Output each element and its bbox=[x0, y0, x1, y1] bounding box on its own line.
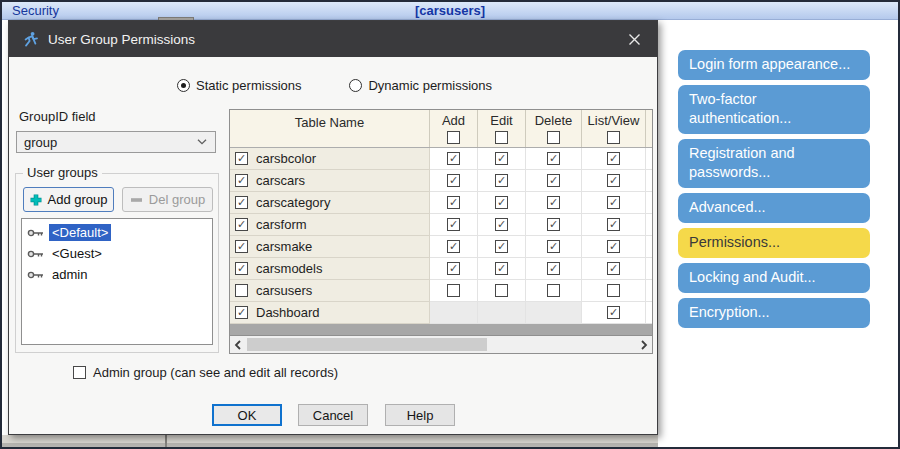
row-checkbox-dashboard[interactable]: ✓ bbox=[235, 306, 248, 319]
perm-checkbox-carscars-list-view[interactable]: ✓ bbox=[607, 174, 620, 187]
row-checkbox-carsbcolor[interactable]: ✓ bbox=[235, 152, 248, 165]
perm-cell-add: ✓ bbox=[430, 170, 478, 192]
perm-cell-add: ✓ bbox=[430, 148, 478, 170]
perm-checkbox-carscategory-add[interactable]: ✓ bbox=[447, 196, 460, 209]
perm-checkbox-carsmodels-list-view[interactable]: ✓ bbox=[607, 262, 620, 275]
perm-checkbox-carsmake-delete[interactable]: ✓ bbox=[547, 240, 560, 253]
perm-cell-list-view: ✓ bbox=[582, 236, 646, 258]
perm-checkbox-carsmodels-add[interactable]: ✓ bbox=[447, 262, 460, 275]
table-name-label: carsmodels bbox=[256, 261, 322, 276]
del-group-label: Del group bbox=[149, 192, 205, 207]
perm-checkbox-carsusers-list-view[interactable] bbox=[607, 284, 620, 297]
add-group-button[interactable]: Add group bbox=[23, 187, 114, 212]
table-name-cell: ✓carsmodels bbox=[230, 258, 430, 280]
perm-checkbox-carsmake-add[interactable]: ✓ bbox=[447, 240, 460, 253]
row-checkbox-carsform[interactable]: ✓ bbox=[235, 218, 248, 231]
user-groups-list[interactable]: <Default><Guest>admin bbox=[21, 218, 213, 345]
help-button[interactable]: Help bbox=[385, 404, 455, 426]
side-button-registration-and-passwords[interactable]: Registration and passwords... bbox=[678, 139, 870, 188]
horizontal-scrollbar[interactable] bbox=[230, 336, 652, 353]
group-item-label: admin bbox=[49, 266, 90, 283]
cancel-button[interactable]: Cancel bbox=[298, 404, 368, 426]
admin-group-checkbox[interactable] bbox=[73, 366, 86, 379]
group-list-item-admin[interactable]: admin bbox=[22, 264, 212, 285]
side-button-two-factor-authentication[interactable]: Two-factor authentication... bbox=[678, 85, 870, 134]
radio-dynamic-permissions[interactable]: Dynamic permissions bbox=[349, 78, 492, 93]
perm-cell-edit: ✓ bbox=[478, 258, 526, 280]
header-checkbox-edit[interactable] bbox=[495, 131, 508, 144]
groupid-select[interactable]: group bbox=[16, 131, 216, 153]
perm-checkbox-carsmake-list-view[interactable]: ✓ bbox=[607, 240, 620, 253]
radio-static-permissions[interactable]: Static permissions bbox=[177, 78, 301, 93]
close-button[interactable] bbox=[619, 27, 649, 51]
del-group-button[interactable]: Del group bbox=[122, 187, 213, 212]
perm-checkbox-carscategory-delete[interactable]: ✓ bbox=[547, 196, 560, 209]
perm-cell-add: ✓ bbox=[430, 236, 478, 258]
row-checkbox-carsusers[interactable] bbox=[235, 284, 248, 297]
table-name-label: carsform bbox=[256, 217, 307, 232]
perm-checkbox-carsbcolor-list-view[interactable]: ✓ bbox=[607, 152, 620, 165]
table-name-label: carscars bbox=[256, 173, 305, 188]
user-groups-label: User groups bbox=[23, 165, 102, 180]
side-button-permissions[interactable]: Permissions... bbox=[678, 228, 870, 258]
chevron-right-icon[interactable] bbox=[636, 336, 652, 353]
perm-checkbox-carsusers-edit[interactable] bbox=[495, 284, 508, 297]
perm-checkbox-carsusers-add[interactable] bbox=[447, 284, 460, 297]
perm-checkbox-carsmodels-edit[interactable]: ✓ bbox=[495, 262, 508, 275]
perm-checkbox-carscategory-list-view[interactable]: ✓ bbox=[607, 196, 620, 209]
group-list-item-guest[interactable]: <Guest> bbox=[22, 243, 212, 264]
close-icon bbox=[628, 33, 641, 46]
perm-checkbox-carsform-edit[interactable]: ✓ bbox=[495, 218, 508, 231]
perm-cell-delete: ✓ bbox=[526, 170, 582, 192]
side-button-advanced[interactable]: Advanced... bbox=[678, 193, 870, 223]
perm-cell-delete: ✓ bbox=[526, 258, 582, 280]
security-options-panel: Login form appearance...Two-factor authe… bbox=[678, 50, 870, 333]
chevron-left-icon[interactable] bbox=[230, 336, 246, 353]
radio-dot bbox=[349, 79, 362, 92]
row-checkbox-carsmodels[interactable]: ✓ bbox=[235, 262, 248, 275]
perm-checkbox-carsbcolor-delete[interactable]: ✓ bbox=[547, 152, 560, 165]
perm-cell-add: ✓ bbox=[430, 214, 478, 236]
row-checkbox-carscategory[interactable]: ✓ bbox=[235, 196, 248, 209]
perm-cell-add-disabled bbox=[430, 302, 478, 324]
table-name-cell: carsusers bbox=[230, 280, 430, 302]
perm-cell-edit bbox=[478, 280, 526, 302]
perm-checkbox-dashboard-list-view[interactable]: ✓ bbox=[607, 306, 620, 319]
perm-checkbox-carscategory-edit[interactable]: ✓ bbox=[495, 196, 508, 209]
table-filler-bar bbox=[230, 324, 652, 336]
perm-cell-list-view: ✓ bbox=[582, 170, 646, 192]
row-spacer-cell bbox=[646, 302, 652, 324]
dialog-title-bar[interactable]: User Group Permissions bbox=[9, 21, 657, 57]
perm-checkbox-carsform-list-view[interactable]: ✓ bbox=[607, 218, 620, 231]
header-checkbox-delete[interactable] bbox=[547, 131, 560, 144]
side-button-encryption[interactable]: Encryption... bbox=[678, 298, 870, 328]
header-checkbox-add[interactable] bbox=[447, 131, 460, 144]
row-checkbox-carscars[interactable]: ✓ bbox=[235, 174, 248, 187]
permission-mode-radios: Static permissionsDynamic permissions bbox=[177, 78, 492, 93]
header-checkbox-list-view[interactable] bbox=[607, 131, 620, 144]
perm-checkbox-carsform-add[interactable]: ✓ bbox=[447, 218, 460, 231]
perm-checkbox-carsusers-delete[interactable] bbox=[547, 284, 560, 297]
table-row-carscategory: ✓carscategory✓✓✓✓ bbox=[230, 192, 652, 214]
row-checkbox-carsmake[interactable]: ✓ bbox=[235, 240, 248, 253]
table-row-dashboard: ✓Dashboard✓ bbox=[230, 302, 652, 324]
group-list-item-default[interactable]: <Default> bbox=[22, 222, 212, 243]
perm-checkbox-carsmodels-delete[interactable]: ✓ bbox=[547, 262, 560, 275]
perm-cell-delete: ✓ bbox=[526, 236, 582, 258]
perm-checkbox-carsmake-edit[interactable]: ✓ bbox=[495, 240, 508, 253]
perm-checkbox-carscars-add[interactable]: ✓ bbox=[447, 174, 460, 187]
perm-cell-list-view: ✓ bbox=[582, 302, 646, 324]
perm-cell-list-view: ✓ bbox=[582, 192, 646, 214]
perm-checkbox-carsform-delete[interactable]: ✓ bbox=[547, 218, 560, 231]
scrollbar-thumb[interactable] bbox=[247, 338, 487, 351]
header-delete: Delete bbox=[526, 110, 582, 147]
side-button-login-form-appearance[interactable]: Login form appearance... bbox=[678, 50, 870, 80]
table-row-carsmake: ✓carsmake✓✓✓✓ bbox=[230, 236, 652, 258]
perm-checkbox-carsbcolor-edit[interactable]: ✓ bbox=[495, 152, 508, 165]
perm-checkbox-carsbcolor-add[interactable]: ✓ bbox=[447, 152, 460, 165]
perm-checkbox-carscars-delete[interactable]: ✓ bbox=[547, 174, 560, 187]
table-name-label: carscategory bbox=[256, 195, 330, 210]
side-button-locking-and-audit[interactable]: Locking and Audit... bbox=[678, 263, 870, 293]
ok-button[interactable]: OK bbox=[212, 404, 282, 426]
perm-checkbox-carscars-edit[interactable]: ✓ bbox=[495, 174, 508, 187]
